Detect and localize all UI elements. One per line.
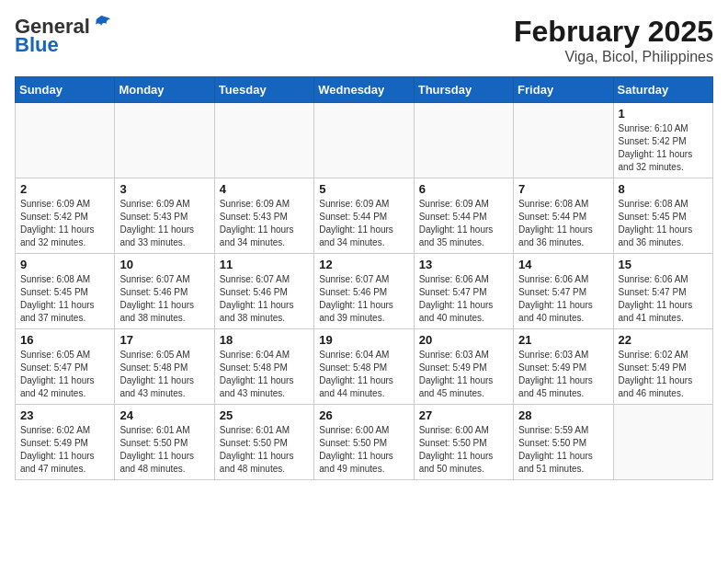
day-number: 27 xyxy=(419,408,508,422)
calendar-cell: 4Sunrise: 6:09 AM Sunset: 5:43 PM Daylig… xyxy=(214,178,313,254)
calendar-cell: 26Sunrise: 6:00 AM Sunset: 5:50 PM Dayli… xyxy=(314,405,414,480)
subtitle: Viga, Bicol, Philippines xyxy=(514,49,713,65)
logo-blue-text: Blue xyxy=(15,33,59,57)
logo: General Blue xyxy=(15,15,112,57)
day-info: Sunrise: 6:03 AM Sunset: 5:49 PM Dayligh… xyxy=(419,349,508,400)
calendar-cell: 1Sunrise: 6:10 AM Sunset: 5:42 PM Daylig… xyxy=(613,103,712,178)
day-info: Sunrise: 6:02 AM Sunset: 5:49 PM Dayligh… xyxy=(20,424,109,476)
title-block: February 2025 Viga, Bicol, Philippines xyxy=(514,15,713,65)
day-info: Sunrise: 6:06 AM Sunset: 5:47 PM Dayligh… xyxy=(619,273,708,325)
col-tuesday: Tuesday xyxy=(214,77,313,103)
day-info: Sunrise: 6:08 AM Sunset: 5:45 PM Dayligh… xyxy=(20,273,109,325)
day-info: Sunrise: 6:06 AM Sunset: 5:47 PM Dayligh… xyxy=(518,273,608,325)
calendar-cell xyxy=(613,405,712,480)
calendar-cell: 14Sunrise: 6:06 AM Sunset: 5:47 PM Dayli… xyxy=(514,254,613,329)
calendar-week-4: 16Sunrise: 6:05 AM Sunset: 5:47 PM Dayli… xyxy=(16,329,713,405)
day-number: 23 xyxy=(20,408,109,422)
day-info: Sunrise: 6:09 AM Sunset: 5:43 PM Dayligh… xyxy=(220,198,309,249)
calendar-cell: 17Sunrise: 6:05 AM Sunset: 5:48 PM Dayli… xyxy=(115,329,214,405)
calendar-week-1: 1Sunrise: 6:10 AM Sunset: 5:42 PM Daylig… xyxy=(16,103,713,178)
day-number: 26 xyxy=(319,408,408,422)
day-number: 20 xyxy=(419,333,508,347)
calendar-cell: 23Sunrise: 6:02 AM Sunset: 5:49 PM Dayli… xyxy=(16,405,115,480)
calendar-cell: 5Sunrise: 6:09 AM Sunset: 5:44 PM Daylig… xyxy=(314,178,414,254)
calendar-cell xyxy=(214,103,313,178)
day-number: 1 xyxy=(619,107,708,121)
day-number: 24 xyxy=(119,408,209,422)
calendar-cell xyxy=(414,103,513,178)
day-number: 18 xyxy=(220,333,309,347)
calendar-cell: 11Sunrise: 6:07 AM Sunset: 5:46 PM Dayli… xyxy=(214,254,313,329)
calendar-cell: 3Sunrise: 6:09 AM Sunset: 5:43 PM Daylig… xyxy=(115,178,214,254)
calendar-week-3: 9Sunrise: 6:08 AM Sunset: 5:45 PM Daylig… xyxy=(16,254,713,329)
day-number: 15 xyxy=(619,258,708,271)
calendar-week-2: 2Sunrise: 6:09 AM Sunset: 5:42 PM Daylig… xyxy=(16,178,713,254)
calendar-cell: 19Sunrise: 6:04 AM Sunset: 5:48 PM Dayli… xyxy=(314,329,414,405)
calendar-cell: 12Sunrise: 6:07 AM Sunset: 5:46 PM Dayli… xyxy=(314,254,414,329)
calendar-week-5: 23Sunrise: 6:02 AM Sunset: 5:49 PM Dayli… xyxy=(16,405,713,480)
day-info: Sunrise: 6:01 AM Sunset: 5:50 PM Dayligh… xyxy=(220,424,309,476)
calendar-cell: 7Sunrise: 6:08 AM Sunset: 5:44 PM Daylig… xyxy=(514,178,613,254)
day-info: Sunrise: 6:07 AM Sunset: 5:46 PM Dayligh… xyxy=(319,273,408,325)
day-info: Sunrise: 6:09 AM Sunset: 5:44 PM Dayligh… xyxy=(419,198,508,249)
day-number: 14 xyxy=(518,258,608,271)
calendar-cell: 10Sunrise: 6:07 AM Sunset: 5:46 PM Dayli… xyxy=(115,254,214,329)
col-saturday: Saturday xyxy=(613,77,712,103)
calendar-cell: 9Sunrise: 6:08 AM Sunset: 5:45 PM Daylig… xyxy=(16,254,115,329)
day-info: Sunrise: 6:08 AM Sunset: 5:44 PM Dayligh… xyxy=(518,198,608,249)
col-monday: Monday xyxy=(115,77,214,103)
day-info: Sunrise: 5:59 AM Sunset: 5:50 PM Dayligh… xyxy=(518,424,608,476)
day-number: 3 xyxy=(119,182,209,196)
day-number: 28 xyxy=(518,408,608,422)
day-info: Sunrise: 6:09 AM Sunset: 5:44 PM Dayligh… xyxy=(319,198,408,249)
calendar-cell: 16Sunrise: 6:05 AM Sunset: 5:47 PM Dayli… xyxy=(16,329,115,405)
day-number: 5 xyxy=(319,182,408,196)
logo-bird-icon xyxy=(92,14,112,34)
day-info: Sunrise: 6:09 AM Sunset: 5:43 PM Dayligh… xyxy=(119,198,209,249)
calendar-table: Sunday Monday Tuesday Wednesday Thursday… xyxy=(15,76,713,480)
day-info: Sunrise: 6:07 AM Sunset: 5:46 PM Dayligh… xyxy=(119,273,209,325)
calendar-header-row: Sunday Monday Tuesday Wednesday Thursday… xyxy=(16,77,713,103)
day-number: 7 xyxy=(518,182,608,196)
day-number: 12 xyxy=(319,258,408,271)
calendar-cell: 24Sunrise: 6:01 AM Sunset: 5:50 PM Dayli… xyxy=(115,405,214,480)
day-info: Sunrise: 6:06 AM Sunset: 5:47 PM Dayligh… xyxy=(419,273,508,325)
calendar-cell: 8Sunrise: 6:08 AM Sunset: 5:45 PM Daylig… xyxy=(613,178,712,254)
calendar-cell: 21Sunrise: 6:03 AM Sunset: 5:49 PM Dayli… xyxy=(514,329,613,405)
calendar-cell: 15Sunrise: 6:06 AM Sunset: 5:47 PM Dayli… xyxy=(613,254,712,329)
day-number: 4 xyxy=(220,182,309,196)
day-info: Sunrise: 6:07 AM Sunset: 5:46 PM Dayligh… xyxy=(220,273,309,325)
day-number: 11 xyxy=(220,258,309,271)
calendar-cell: 6Sunrise: 6:09 AM Sunset: 5:44 PM Daylig… xyxy=(414,178,513,254)
day-number: 13 xyxy=(419,258,508,271)
calendar-cell: 22Sunrise: 6:02 AM Sunset: 5:49 PM Dayli… xyxy=(613,329,712,405)
day-number: 8 xyxy=(619,182,708,196)
day-number: 16 xyxy=(20,333,109,347)
day-info: Sunrise: 6:04 AM Sunset: 5:48 PM Dayligh… xyxy=(319,349,408,400)
day-number: 17 xyxy=(119,333,209,347)
day-info: Sunrise: 6:05 AM Sunset: 5:48 PM Dayligh… xyxy=(119,349,209,400)
day-number: 25 xyxy=(220,408,309,422)
main-title: February 2025 xyxy=(514,15,713,49)
page-header: General Blue February 2025 Viga, Bicol, … xyxy=(15,15,713,65)
day-number: 10 xyxy=(119,258,209,271)
col-sunday: Sunday xyxy=(16,77,115,103)
day-info: Sunrise: 6:01 AM Sunset: 5:50 PM Dayligh… xyxy=(119,424,209,476)
day-info: Sunrise: 6:10 AM Sunset: 5:42 PM Dayligh… xyxy=(619,122,708,174)
calendar-cell xyxy=(314,103,414,178)
day-info: Sunrise: 6:08 AM Sunset: 5:45 PM Dayligh… xyxy=(619,198,708,249)
day-number: 21 xyxy=(518,333,608,347)
day-info: Sunrise: 6:03 AM Sunset: 5:49 PM Dayligh… xyxy=(518,349,608,400)
col-wednesday: Wednesday xyxy=(314,77,414,103)
calendar-cell: 13Sunrise: 6:06 AM Sunset: 5:47 PM Dayli… xyxy=(414,254,513,329)
day-info: Sunrise: 6:02 AM Sunset: 5:49 PM Dayligh… xyxy=(619,349,708,400)
day-number: 22 xyxy=(619,333,708,347)
calendar-cell: 18Sunrise: 6:04 AM Sunset: 5:48 PM Dayli… xyxy=(214,329,313,405)
calendar-cell: 20Sunrise: 6:03 AM Sunset: 5:49 PM Dayli… xyxy=(414,329,513,405)
day-number: 2 xyxy=(20,182,109,196)
day-number: 9 xyxy=(20,258,109,271)
col-friday: Friday xyxy=(514,77,613,103)
calendar-cell: 28Sunrise: 5:59 AM Sunset: 5:50 PM Dayli… xyxy=(514,405,613,480)
col-thursday: Thursday xyxy=(414,77,513,103)
day-info: Sunrise: 6:00 AM Sunset: 5:50 PM Dayligh… xyxy=(319,424,408,476)
